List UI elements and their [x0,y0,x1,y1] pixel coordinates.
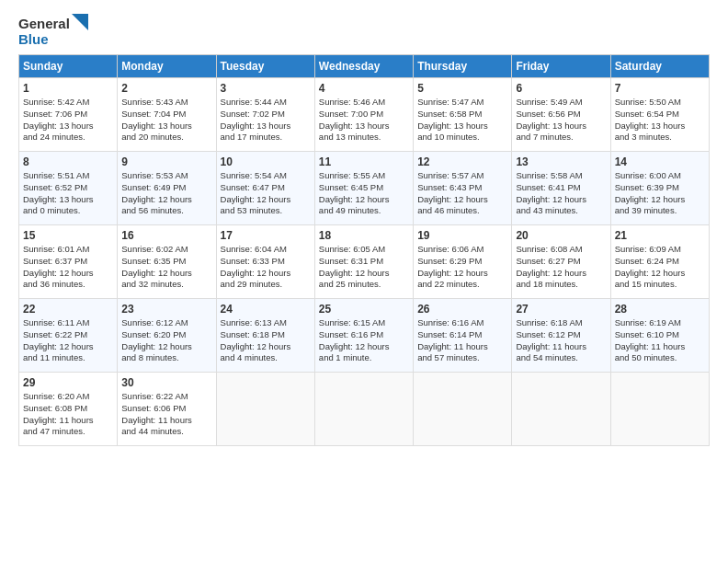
day-info: Sunrise: 6:01 AM Sunset: 6:37 PM Dayligh… [23,244,113,291]
day-number: 26 [417,303,507,316]
day-info: Sunrise: 6:09 AM Sunset: 6:24 PM Dayligh… [615,244,705,291]
day-info: Sunrise: 6:02 AM Sunset: 6:35 PM Dayligh… [121,244,211,291]
day-info: Sunrise: 6:18 AM Sunset: 6:12 PM Dayligh… [516,317,606,364]
day-number: 27 [516,303,606,316]
day-number: 30 [121,376,211,389]
calendar-cell: 30Sunrise: 6:22 AM Sunset: 6:06 PM Dayli… [118,373,216,446]
calendar-week-3: 15Sunrise: 6:01 AM Sunset: 6:37 PM Dayli… [19,225,710,299]
calendar-cell: 17Sunrise: 6:04 AM Sunset: 6:33 PM Dayli… [216,225,314,299]
calendar-cell: 5Sunrise: 5:47 AM Sunset: 6:58 PM Daylig… [414,78,512,152]
day-number: 16 [121,229,211,242]
day-number: 8 [23,155,113,168]
day-info: Sunrise: 6:16 AM Sunset: 6:14 PM Dayligh… [417,317,507,364]
calendar-cell [216,373,314,446]
calendar-cell: 13Sunrise: 5:58 AM Sunset: 6:41 PM Dayli… [512,152,610,225]
day-number: 6 [516,82,606,95]
calendar-cell: 20Sunrise: 6:08 AM Sunset: 6:27 PM Dayli… [512,225,610,299]
svg-marker-0 [72,14,88,30]
weekday-header-wednesday: Wednesday [314,55,413,78]
calendar-cell: 4Sunrise: 5:46 AM Sunset: 7:00 PM Daylig… [314,78,413,152]
day-number: 14 [615,155,705,168]
day-info: Sunrise: 5:47 AM Sunset: 6:58 PM Dayligh… [417,97,507,144]
calendar-cell: 18Sunrise: 6:05 AM Sunset: 6:31 PM Dayli… [314,225,413,299]
calendar-cell: 15Sunrise: 6:01 AM Sunset: 6:37 PM Dayli… [19,225,118,299]
calendar-cell [610,373,709,446]
day-number: 20 [516,229,606,242]
day-info: Sunrise: 5:55 AM Sunset: 6:45 PM Dayligh… [319,170,409,217]
calendar-cell: 29Sunrise: 6:20 AM Sunset: 6:08 PM Dayli… [19,373,118,446]
calendar-cell: 19Sunrise: 6:06 AM Sunset: 6:29 PM Dayli… [414,225,512,299]
calendar-cell: 14Sunrise: 6:00 AM Sunset: 6:39 PM Dayli… [610,152,709,225]
day-number: 21 [615,229,705,242]
day-number: 18 [319,229,409,242]
calendar-cell [414,373,512,446]
logo-general: General [18,17,70,32]
calendar-cell: 8Sunrise: 5:51 AM Sunset: 6:52 PM Daylig… [19,152,118,225]
day-info: Sunrise: 5:50 AM Sunset: 6:54 PM Dayligh… [615,97,705,144]
day-info: Sunrise: 6:08 AM Sunset: 6:27 PM Dayligh… [516,244,606,291]
day-info: Sunrise: 6:15 AM Sunset: 6:16 PM Dayligh… [319,317,409,364]
day-number: 2 [121,82,211,95]
weekday-header-sunday: Sunday [19,55,118,78]
day-info: Sunrise: 6:13 AM Sunset: 6:18 PM Dayligh… [221,317,311,364]
day-number: 15 [23,229,113,242]
day-info: Sunrise: 6:04 AM Sunset: 6:33 PM Dayligh… [221,244,311,291]
logo-blue: Blue [18,32,49,48]
calendar-cell: 11Sunrise: 5:55 AM Sunset: 6:45 PM Dayli… [314,152,413,225]
day-number: 24 [221,303,311,316]
calendar-cell: 27Sunrise: 6:18 AM Sunset: 6:12 PM Dayli… [512,299,610,373]
day-info: Sunrise: 6:11 AM Sunset: 6:22 PM Dayligh… [23,317,113,364]
calendar-week-4: 22Sunrise: 6:11 AM Sunset: 6:22 PM Dayli… [19,299,710,373]
day-info: Sunrise: 6:22 AM Sunset: 6:06 PM Dayligh… [121,391,211,438]
logo-arrow-icon [72,14,88,30]
weekday-header-friday: Friday [512,55,610,78]
day-number: 9 [121,155,211,168]
calendar-cell: 10Sunrise: 5:54 AM Sunset: 6:47 PM Dayli… [216,152,314,225]
day-number: 11 [319,155,409,168]
logo: General Blue [18,17,88,47]
calendar-cell: 2Sunrise: 5:43 AM Sunset: 7:04 PM Daylig… [118,78,216,152]
day-number: 22 [23,303,113,316]
day-number: 5 [417,82,507,95]
day-info: Sunrise: 5:44 AM Sunset: 7:02 PM Dayligh… [221,97,311,144]
day-info: Sunrise: 6:12 AM Sunset: 6:20 PM Dayligh… [121,317,211,364]
calendar-cell: 24Sunrise: 6:13 AM Sunset: 6:18 PM Dayli… [216,299,314,373]
day-number: 7 [615,82,705,95]
calendar-week-2: 8Sunrise: 5:51 AM Sunset: 6:52 PM Daylig… [19,152,710,225]
day-info: Sunrise: 5:49 AM Sunset: 6:56 PM Dayligh… [516,97,606,144]
weekday-header-monday: Monday [118,55,216,78]
calendar-cell: 26Sunrise: 6:16 AM Sunset: 6:14 PM Dayli… [414,299,512,373]
day-info: Sunrise: 6:19 AM Sunset: 6:10 PM Dayligh… [615,317,705,364]
calendar-cell: 12Sunrise: 5:57 AM Sunset: 6:43 PM Dayli… [414,152,512,225]
calendar-week-1: 1Sunrise: 5:42 AM Sunset: 7:06 PM Daylig… [19,78,710,152]
calendar-cell: 9Sunrise: 5:53 AM Sunset: 6:49 PM Daylig… [118,152,216,225]
day-info: Sunrise: 5:46 AM Sunset: 7:00 PM Dayligh… [319,97,409,144]
day-number: 13 [516,155,606,168]
calendar-cell: 6Sunrise: 5:49 AM Sunset: 6:56 PM Daylig… [512,78,610,152]
day-number: 10 [221,155,311,168]
day-info: Sunrise: 5:54 AM Sunset: 6:47 PM Dayligh… [221,170,311,217]
day-number: 3 [221,82,311,95]
calendar-cell: 16Sunrise: 6:02 AM Sunset: 6:35 PM Dayli… [118,225,216,299]
weekday-header-tuesday: Tuesday [216,55,314,78]
day-number: 29 [23,376,113,389]
day-number: 1 [23,82,113,95]
calendar-week-5: 29Sunrise: 6:20 AM Sunset: 6:08 PM Dayli… [19,373,710,446]
calendar-cell [314,373,413,446]
calendar-cell: 23Sunrise: 6:12 AM Sunset: 6:20 PM Dayli… [118,299,216,373]
calendar-cell: 1Sunrise: 5:42 AM Sunset: 7:06 PM Daylig… [19,78,118,152]
day-info: Sunrise: 5:57 AM Sunset: 6:43 PM Dayligh… [417,170,507,217]
day-number: 12 [417,155,507,168]
calendar-header-row: SundayMondayTuesdayWednesdayThursdayFrid… [19,55,710,78]
calendar-cell: 25Sunrise: 6:15 AM Sunset: 6:16 PM Dayli… [314,299,413,373]
weekday-header-saturday: Saturday [610,55,709,78]
day-number: 25 [319,303,409,316]
day-info: Sunrise: 6:20 AM Sunset: 6:08 PM Dayligh… [23,391,113,438]
calendar-cell: 28Sunrise: 6:19 AM Sunset: 6:10 PM Dayli… [610,299,709,373]
day-number: 19 [417,229,507,242]
day-info: Sunrise: 6:00 AM Sunset: 6:39 PM Dayligh… [615,170,705,217]
calendar-table: SundayMondayTuesdayWednesdayThursdayFrid… [18,54,710,446]
day-number: 4 [319,82,409,95]
calendar-cell: 22Sunrise: 6:11 AM Sunset: 6:22 PM Dayli… [19,299,118,373]
calendar-cell [512,373,610,446]
